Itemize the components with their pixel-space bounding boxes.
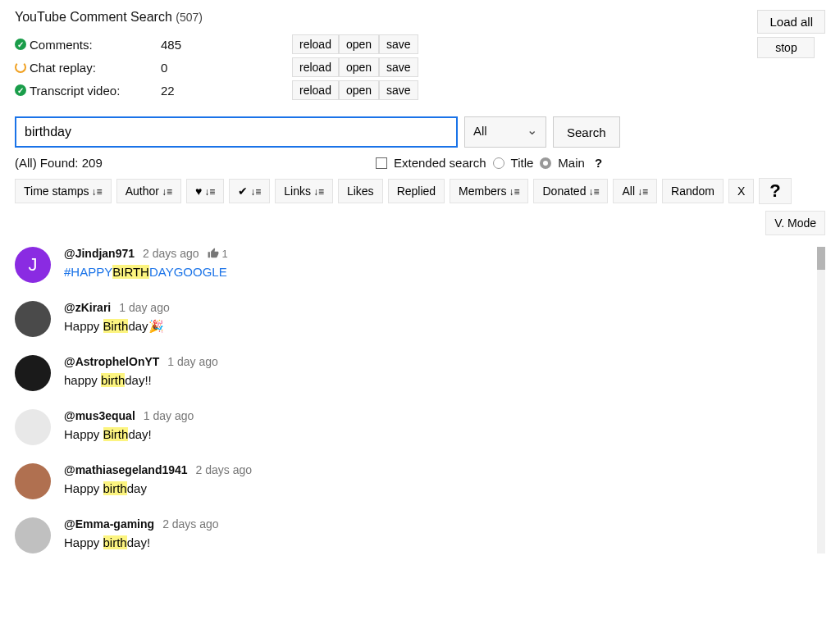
scrollbar-track[interactable] xyxy=(817,247,825,553)
save-button[interactable]: save xyxy=(379,34,418,54)
stop-button[interactable]: stop xyxy=(757,37,815,58)
avatar[interactable]: J xyxy=(15,247,51,283)
loading-spinner-icon xyxy=(15,61,30,73)
open-button[interactable]: open xyxy=(339,57,379,77)
help-button[interactable]: ? xyxy=(759,178,791,204)
comment-item: @mus3equal1 day agoHappy Birthday! xyxy=(15,409,810,445)
sort-icon: ↓≡ xyxy=(509,186,519,198)
comment-time[interactable]: 2 days ago xyxy=(162,517,219,531)
search-input[interactable] xyxy=(15,116,458,148)
check-circle-icon xyxy=(15,84,30,96)
open-button[interactable]: open xyxy=(339,34,379,54)
comment-author[interactable]: @AstrophelOnYT xyxy=(64,355,159,368)
highlight: birth xyxy=(103,535,127,549)
stats-value: 22 xyxy=(161,84,292,98)
comment-time[interactable]: 2 days ago xyxy=(196,463,253,476)
main-radio-label: Main xyxy=(558,156,585,170)
main-radio[interactable] xyxy=(540,157,551,169)
filter-links[interactable]: Links↓≡ xyxy=(275,179,333,203)
stats-row: Comments:485reloadopensave xyxy=(15,33,418,56)
comment-time[interactable]: 1 day ago xyxy=(167,355,218,368)
stats-label: Comments: xyxy=(30,38,161,52)
avatar[interactable] xyxy=(15,463,51,499)
result-count: (507) xyxy=(176,11,203,24)
stats-value: 485 xyxy=(161,38,292,52)
found-count-label: (All) Found: 209 xyxy=(15,156,376,170)
filter-author[interactable]: Author↓≡ xyxy=(116,179,181,203)
filter-clear[interactable]: X xyxy=(728,179,754,203)
comment-author[interactable]: @mathiasegeland1941 xyxy=(64,463,188,476)
comment-time[interactable]: 1 day ago xyxy=(144,409,194,422)
comment-item: J@Jindjan9712 days ago1#HAPPYBIRTHDAYGOO… xyxy=(15,247,810,283)
reload-button[interactable]: reload xyxy=(292,34,339,54)
stats-label: Transcript video: xyxy=(30,84,161,98)
sort-icon: ↓≡ xyxy=(313,186,324,198)
avatar[interactable] xyxy=(15,409,51,445)
load-all-button[interactable]: Load all xyxy=(757,10,825,34)
check-icon: ✔ xyxy=(238,184,248,198)
help-icon[interactable]: ? xyxy=(595,156,602,170)
comment-item: @AstrophelOnYT1 day agohappy birthday!! xyxy=(15,355,810,391)
comment-item: @Emma-gaming2 days agoHappy birthday! xyxy=(15,517,810,553)
comment-author[interactable]: @Jindjan971 xyxy=(64,247,135,260)
filter-likes[interactable]: Likes xyxy=(338,179,383,203)
search-button[interactable]: Search xyxy=(553,116,620,148)
comment-text: Happy Birthday! xyxy=(64,426,810,443)
comment-time[interactable]: 2 days ago xyxy=(143,247,199,260)
stats-row: Transcript video:22reloadopensave xyxy=(15,79,418,102)
reload-button[interactable]: reload xyxy=(292,57,339,77)
comment-author[interactable]: @zKirari xyxy=(64,301,111,314)
heart-icon: ♥ xyxy=(195,184,202,198)
sort-icon: ↓≡ xyxy=(588,186,599,198)
page-title: YouTube Comment Search xyxy=(15,10,172,24)
filter-replied[interactable]: Replied xyxy=(388,179,445,203)
stats-label: Chat replay: xyxy=(30,61,161,75)
sort-icon: ↓≡ xyxy=(162,186,172,198)
comment-text: #HAPPYBIRTHDAYGOOGLE xyxy=(64,263,810,280)
comment-text: Happy birthday xyxy=(64,480,810,497)
open-button[interactable]: open xyxy=(339,80,379,100)
sort-icon: ↓≡ xyxy=(250,186,261,198)
save-button[interactable]: save xyxy=(379,57,418,77)
title-radio-label: Title xyxy=(511,156,534,170)
comment-author[interactable]: @mus3equal xyxy=(64,409,135,422)
comment-item: @zKirari1 day agoHappy Birthday🎉 xyxy=(15,301,810,337)
scrollbar-thumb[interactable] xyxy=(817,247,825,270)
sort-icon: ↓≡ xyxy=(204,186,215,198)
view-mode-button[interactable]: V. Mode xyxy=(765,211,825,235)
stats-actions: reloadopensave xyxy=(292,34,418,54)
comment-time[interactable]: 1 day ago xyxy=(119,301,170,314)
highlight: Birth xyxy=(103,319,129,333)
filter-random[interactable]: Random xyxy=(662,179,724,203)
filter-timestamps[interactable]: Time stamps↓≡ xyxy=(15,179,112,203)
filter-all[interactable]: All↓≡ xyxy=(613,179,657,203)
title-radio[interactable] xyxy=(493,157,504,169)
comment-text: happy birthday!! xyxy=(64,371,810,389)
extended-search-checkbox[interactable] xyxy=(376,157,387,169)
avatar[interactable] xyxy=(15,301,51,337)
stats-value: 0 xyxy=(161,61,292,75)
avatar[interactable] xyxy=(15,517,51,553)
avatar[interactable] xyxy=(15,355,51,391)
stats-actions: reloadopensave xyxy=(292,80,418,100)
filter-members[interactable]: Members↓≡ xyxy=(450,179,528,203)
check-circle-icon xyxy=(15,39,30,50)
filter-heart[interactable]: ♥↓≡ xyxy=(186,179,224,203)
reload-button[interactable]: reload xyxy=(292,80,339,100)
filter-select[interactable]: All xyxy=(464,116,546,148)
stats-actions: reloadopensave xyxy=(292,57,418,77)
comment-item: @mathiasegeland19412 days agoHappy birth… xyxy=(15,463,810,499)
like-count: 1 xyxy=(208,248,228,260)
comment-author[interactable]: @Emma-gaming xyxy=(64,517,154,531)
save-button[interactable]: save xyxy=(379,80,418,100)
comment-text: Happy birthday! xyxy=(64,534,810,551)
highlight: birth xyxy=(101,373,125,387)
sort-icon: ↓≡ xyxy=(92,186,103,198)
sort-icon: ↓≡ xyxy=(637,186,648,198)
filter-donated[interactable]: Donated↓≡ xyxy=(533,179,608,203)
highlight: Birth xyxy=(103,427,129,441)
highlight: BIRTH xyxy=(112,265,149,279)
filter-verified[interactable]: ✔↓≡ xyxy=(229,179,270,203)
comment-text: Happy Birthday🎉 xyxy=(64,317,810,335)
thumbs-up-icon xyxy=(208,248,219,259)
